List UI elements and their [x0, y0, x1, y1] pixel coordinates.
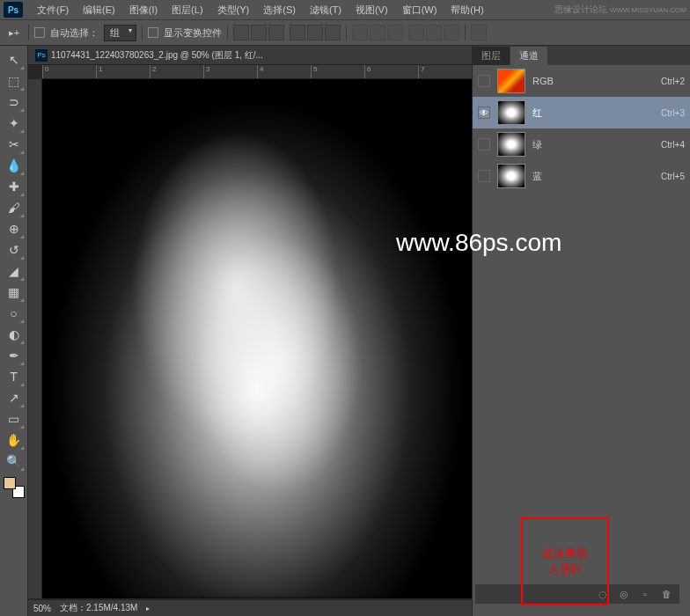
ruler-tick: 3 [203, 65, 257, 78]
type-tool-icon[interactable]: T [4, 366, 25, 387]
ruler-tick: 2 [150, 65, 203, 78]
channel-shortcut: Ctrl+2 [661, 77, 685, 86]
divider [142, 25, 143, 40]
align-button[interactable] [268, 25, 284, 40]
menu-edit[interactable]: 编辑(E) [76, 4, 122, 17]
channel-red[interactable]: 👁 红 Ctrl+3 [473, 97, 690, 128]
align-button[interactable] [251, 25, 267, 40]
zoom-tool-icon[interactable]: 🔍 [4, 451, 25, 472]
ruler-tick: 5 [311, 65, 364, 78]
image-content [42, 79, 472, 598]
visibility-toggle[interactable]: 👁 [478, 106, 490, 119]
document-tab[interactable]: Ps 11074431_122403780263_2.jpg @ 50% (图层… [28, 46, 472, 65]
stamp-tool-icon[interactable]: ⊕ [4, 218, 25, 239]
doc-info: 文档：2.15M/4.13M [60, 602, 137, 614]
eraser-tool-icon[interactable]: ◢ [4, 260, 25, 282]
align-button[interactable] [290, 25, 305, 40]
distribute-group-1 [352, 25, 403, 40]
distribute-button [426, 25, 442, 40]
new-channel-icon[interactable]: ▫ [639, 588, 651, 600]
ruler-tick: 0 [42, 65, 96, 78]
wand-tool-icon[interactable]: ✦ [4, 113, 25, 134]
menu-window[interactable]: 窗口(W) [395, 4, 444, 17]
menu-layer[interactable]: 图层(L) [165, 4, 209, 17]
path-tool-icon[interactable]: ↗ [4, 387, 25, 408]
channel-shortcut: Ctrl+3 [661, 108, 685, 118]
history-brush-tool-icon[interactable]: ↺ [4, 239, 25, 260]
channel-green[interactable]: 绿 Ctrl+4 [473, 128, 690, 160]
align-group-2 [290, 25, 341, 40]
ruler-tick: 6 [364, 65, 418, 78]
annotation-box: 点这里载 入选区 [521, 517, 609, 605]
tab-layers[interactable]: 图层 [473, 47, 510, 65]
menu-help[interactable]: 帮助(H) [444, 4, 490, 17]
eyedropper-tool-icon[interactable]: 💧 [4, 155, 25, 176]
channel-thumbnail [497, 132, 525, 157]
ruler-horizontal: 0 1 2 3 4 5 6 7 [42, 65, 472, 79]
channel-name: 红 [532, 106, 654, 120]
brush-tool-icon[interactable]: 🖌 [4, 197, 25, 218]
distribute-button [444, 25, 459, 40]
auto-select-dropdown[interactable]: 组 [104, 25, 136, 41]
delete-channel-icon[interactable]: 🗑 [660, 588, 672, 600]
visibility-toggle[interactable] [478, 170, 490, 182]
ruler-tick: 1 [96, 65, 150, 78]
channel-thumbnail [497, 100, 525, 125]
menu-file[interactable]: 文件(F) [30, 4, 76, 17]
pen-tool-icon[interactable]: ✒ [4, 345, 25, 366]
zoom-level[interactable]: 50% [33, 604, 51, 613]
doc-icon: Ps [35, 49, 48, 62]
auto-select-label: 自动选择： [50, 26, 99, 40]
distribute-button [370, 25, 385, 40]
visibility-toggle[interactable] [478, 75, 490, 87]
hand-tool-icon[interactable]: ✋ [4, 429, 25, 451]
divider [28, 25, 29, 40]
auto-select-checkbox[interactable] [34, 27, 45, 38]
canvas[interactable] [42, 79, 472, 598]
visibility-toggle[interactable] [478, 138, 490, 150]
canvas-area: Ps 11074431_122403780263_2.jpg @ 50% (图层… [28, 46, 472, 616]
ruler-tick: 7 [418, 65, 472, 78]
toolbar: ↖ ⬚ ⊃ ✦ ✂ 💧 ✚ 🖌 ⊕ ↺ ◢ ▦ ○ ◐ ✒ T ↗ ▭ ✋ 🔍 [0, 46, 28, 616]
doc-title: 11074431_122403780263_2.jpg @ 50% (图层 1,… [51, 49, 263, 62]
distribute-button [352, 25, 368, 40]
gradient-tool-icon[interactable]: ▦ [4, 282, 25, 303]
save-selection-icon[interactable]: ◎ [618, 588, 630, 600]
move-tool-icon: ▸+ [5, 24, 23, 41]
divider [465, 25, 466, 40]
heal-tool-icon[interactable]: ✚ [4, 176, 25, 197]
menu-image[interactable]: 图像(I) [122, 4, 165, 17]
distribute-button [408, 25, 424, 40]
channel-blue[interactable]: 蓝 Ctrl+5 [473, 160, 690, 192]
channel-rgb[interactable]: RGB Ctrl+2 [473, 65, 690, 97]
crop-tool-icon[interactable]: ✂ [4, 134, 25, 155]
tab-channels[interactable]: 通道 [510, 47, 547, 65]
dodge-tool-icon[interactable]: ◐ [4, 324, 25, 345]
menu-filter[interactable]: 滤镜(T) [303, 4, 349, 17]
blur-tool-icon[interactable]: ○ [4, 303, 25, 324]
move-tool-icon[interactable]: ↖ [4, 49, 25, 70]
foreground-color[interactable] [4, 477, 16, 489]
shape-tool-icon[interactable]: ▭ [4, 408, 25, 429]
distribute-button [387, 25, 403, 40]
annotation-text: 点这里载 [542, 546, 588, 561]
channel-name: 蓝 [532, 170, 654, 183]
channel-thumbnail [497, 164, 525, 188]
lasso-tool-icon[interactable]: ⊃ [4, 92, 25, 113]
channel-list: RGB Ctrl+2 👁 红 Ctrl+3 绿 Ctrl+4 蓝 Ctrl+5 [473, 65, 690, 192]
show-transform-label: 显示变换控件 [164, 26, 222, 40]
marquee-tool-icon[interactable]: ⬚ [4, 70, 25, 92]
show-transform-checkbox[interactable] [148, 27, 158, 38]
menubar: Ps 文件(F) 编辑(E) 图像(I) 图层(L) 类型(Y) 选择(S) 滤… [0, 0, 690, 19]
ruler-tick: 4 [257, 65, 311, 78]
align-button[interactable] [307, 25, 323, 40]
menu-type[interactable]: 类型(Y) [210, 4, 257, 17]
canvas-body [28, 79, 472, 598]
color-swatches[interactable] [4, 477, 25, 498]
align-button[interactable] [325, 25, 341, 40]
options-bar: ▸+ 自动选择： 组 显示变换控件 [0, 19, 690, 46]
distribute-group-2 [408, 25, 459, 40]
menu-view[interactable]: 视图(V) [349, 4, 395, 17]
menu-select[interactable]: 选择(S) [256, 4, 303, 17]
align-button[interactable] [233, 25, 249, 40]
